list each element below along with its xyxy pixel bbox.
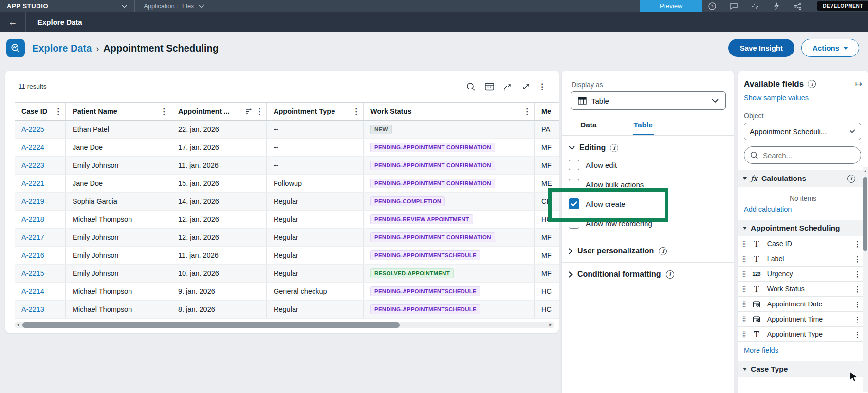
case-id-link[interactable]: A-2221 (21, 179, 44, 187)
collapse-panel-icon[interactable]: ↦ (855, 79, 862, 89)
column-header-appointment-type[interactable]: Appointment Type ⋮ (267, 103, 364, 120)
table-more-icon[interactable]: ⋮ (538, 83, 546, 91)
drag-handle-icon[interactable]: ⣿ (742, 240, 746, 247)
preview-button[interactable]: Preview (640, 0, 702, 12)
column-menu-icon[interactable]: ⋮ (255, 107, 263, 116)
search-icon[interactable] (464, 80, 478, 93)
table-row[interactable]: A-2213 Michael Thompson 8. jan. 2026 Reg… (15, 301, 559, 319)
vertical-scrollbar[interactable]: ▲ (863, 167, 868, 392)
table-row[interactable]: A-2221 Jane Doe 15. jan. 2026 Followup P… (15, 175, 559, 193)
breadcrumb-explore-data-link[interactable]: Explore Data (32, 43, 92, 54)
case-id-link[interactable]: A-2225 (21, 125, 44, 133)
column-header-case-id[interactable]: Case ID ⋮ (15, 103, 66, 120)
calculations-section-header[interactable]: ƒx Calculations i (738, 170, 868, 187)
search-input[interactable] (763, 151, 836, 160)
help-icon[interactable]: ? (702, 0, 723, 12)
grid-density-icon[interactable] (482, 80, 496, 93)
case-id-link[interactable]: A-2218 (21, 215, 44, 223)
field-menu-icon[interactable]: ⋮ (854, 240, 861, 248)
column-header-patient-name[interactable]: Patient Name ⋮ (66, 103, 171, 120)
back-arrow-icon[interactable]: ← (0, 17, 25, 28)
horizontal-scrollbar-thumb[interactable] (22, 322, 400, 328)
case-id-link[interactable]: A-2219 (21, 197, 44, 205)
drag-handle-icon[interactable]: ⣿ (742, 270, 746, 277)
display-as-select[interactable]: Table (571, 91, 726, 110)
table-row[interactable]: A-2214 Michael Thompson 9. jan. 2026 Gen… (15, 283, 559, 301)
table-row[interactable]: A-2218 Michael Thompson 12. jan. 2026 Re… (15, 211, 559, 229)
checkbox-row[interactable]: Allow edit (562, 155, 734, 175)
info-icon[interactable]: i (659, 247, 667, 255)
table-row[interactable]: A-2223 Emily Johnson 11. jan. 2026 -- PE… (15, 157, 559, 175)
info-icon[interactable]: i (808, 80, 816, 88)
workflow-icon[interactable] (787, 0, 809, 12)
appointment-scheduling-section-header[interactable]: Appointment Scheduling (738, 220, 868, 236)
tab-data[interactable]: Data (579, 117, 598, 135)
column-header-appointment-date[interactable]: Appointment ... ⋮ (171, 103, 267, 120)
table-row[interactable]: A-2225 Ethan Patel 22. jan. 2026 -- NEW … (15, 121, 559, 139)
table-row[interactable]: A-2224 Jane Doe 17. jan. 2026 -- PENDING… (15, 139, 559, 157)
field-row[interactable]: ⣿ T 123 Appointment Type ⋮ (738, 327, 868, 342)
table-row[interactable]: A-2216 Emily Johnson 11. jan. 2026 Regul… (15, 247, 559, 265)
scroll-left-icon[interactable]: ◀ (15, 323, 21, 327)
editing-section-header[interactable]: Editing i (569, 143, 734, 152)
case-type-section-header[interactable]: Case Type (738, 361, 868, 377)
pivot-chart-icon[interactable] (501, 80, 515, 93)
field-menu-icon[interactable]: ⋮ (854, 316, 861, 323)
field-menu-icon[interactable]: ⋮ (854, 301, 861, 308)
table-row[interactable]: A-2219 Sophia Garcia 14. jan. 2026 Regul… (15, 193, 559, 211)
drag-handle-icon[interactable]: ⣿ (742, 316, 746, 322)
drag-handle-icon[interactable]: ⣿ (742, 286, 746, 292)
feedback-icon[interactable] (723, 0, 744, 12)
table-row[interactable]: A-2217 Emily Johnson 12. jan. 2026 Regul… (15, 229, 559, 247)
field-menu-icon[interactable]: ⋮ (854, 331, 861, 338)
checkbox[interactable] (569, 198, 579, 209)
field-row[interactable]: ⣿ T 123 Label ⋮ (738, 251, 868, 267)
column-menu-icon[interactable]: ⋮ (352, 107, 360, 116)
case-id-link[interactable]: A-2214 (21, 287, 44, 295)
field-row[interactable]: ⣿ T 123 Case ID ⋮ (738, 236, 868, 251)
table-row[interactable]: A-2215 Emily Johnson 10. jan. 2026 Regul… (15, 265, 559, 283)
show-sample-values-link[interactable]: Show sample values (744, 94, 809, 102)
case-id-link[interactable]: A-2216 (21, 251, 44, 259)
checkbox-row[interactable]: Allow create (562, 194, 734, 214)
drag-handle-icon[interactable]: ⣿ (742, 255, 746, 262)
lightning-icon[interactable] (766, 0, 787, 12)
field-menu-icon[interactable]: ⋮ (854, 255, 861, 263)
app-studio-menu-chevron-icon[interactable] (121, 4, 128, 8)
info-icon[interactable]: i (666, 270, 674, 279)
application-picker[interactable]: Application : Flex (135, 2, 213, 10)
checkbox-row[interactable]: Allow bulk actions (562, 175, 734, 194)
case-id-link[interactable]: A-2223 (21, 161, 44, 169)
actions-button[interactable]: Actions (801, 39, 859, 57)
add-calculation-link[interactable]: Add calculation (744, 205, 792, 213)
checkbox-row[interactable]: Allow row reordering (562, 214, 734, 233)
live-ui-icon[interactable] (744, 0, 766, 12)
field-row[interactable]: ⣿ T 123 Appointment Date ⋮ (738, 297, 868, 312)
field-row[interactable]: ⣿ T 123 Work Status ⋮ (738, 282, 868, 297)
more-fields-link[interactable]: More fields (744, 346, 778, 354)
collapsed-section-header[interactable]: User personalization i (562, 239, 734, 256)
checkbox[interactable] (569, 179, 579, 190)
vertical-scrollbar-thumb[interactable] (863, 177, 867, 251)
drag-handle-icon[interactable]: ⣿ (742, 331, 746, 338)
tab-table[interactable]: Table (633, 117, 654, 135)
case-id-link[interactable]: A-2213 (21, 305, 44, 313)
horizontal-scrollbar[interactable]: ◀ ▶ (15, 322, 554, 328)
case-id-link[interactable]: A-2215 (21, 269, 44, 277)
info-icon[interactable]: i (847, 175, 855, 183)
field-menu-icon[interactable]: ⋮ (854, 270, 861, 278)
field-search-box[interactable] (744, 146, 861, 164)
field-menu-icon[interactable]: ⋮ (854, 286, 861, 293)
object-select[interactable]: Appointment Scheduli... (744, 123, 861, 140)
column-menu-icon[interactable]: ⋮ (160, 107, 168, 116)
sort-applied-icon[interactable] (245, 108, 252, 115)
field-row[interactable]: ⣿ T 123 Urgency ⋮ (738, 267, 868, 282)
case-id-link[interactable]: A-2217 (21, 233, 44, 241)
info-icon[interactable]: i (610, 144, 618, 152)
column-menu-icon[interactable]: ⋮ (523, 107, 531, 116)
field-row[interactable]: ⣿ T 123 Appointment Time ⋮ (738, 312, 868, 327)
case-id-link[interactable]: A-2224 (21, 143, 44, 151)
column-menu-icon[interactable]: ⋮ (54, 107, 62, 116)
save-insight-button[interactable]: Save Insight (728, 39, 794, 57)
column-header-work-status[interactable]: Work Status ⋮ (364, 103, 535, 120)
